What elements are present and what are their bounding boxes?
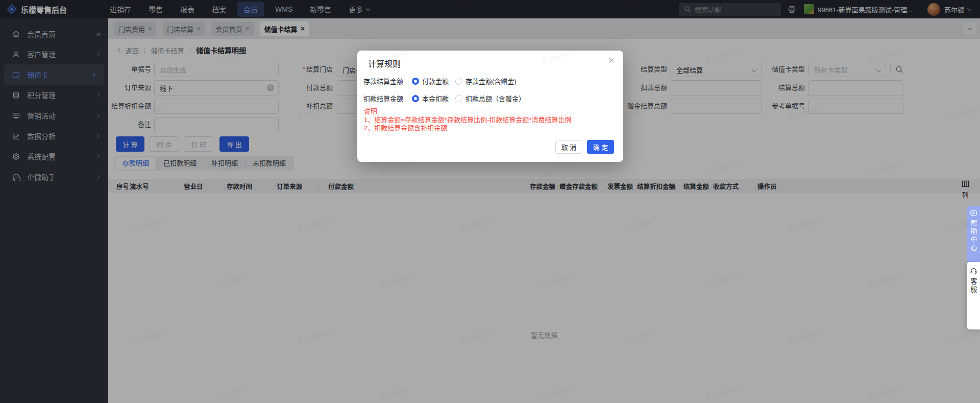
note-line: 2、扣款结算金额含补扣金额: [364, 124, 571, 133]
note-line: 1、结算金额=存款结算金额*存款结算比例-扣款结算金额*消费结算比例: [364, 116, 571, 125]
customer-service-label: 客服: [969, 278, 978, 294]
help-center-label: 帮助中心: [969, 220, 978, 252]
radio-option-label: 本金扣款: [422, 93, 449, 103]
deduct-settle-row: 扣款结算金额 本金扣款 扣款总额（含赠金）: [363, 93, 525, 103]
cancel-button[interactable]: 取 消: [555, 140, 582, 154]
close-icon[interactable]: ×: [608, 55, 615, 65]
confirm-button[interactable]: 确 定: [587, 140, 614, 154]
headset-icon: [970, 267, 977, 275]
deposit-settle-row: 存款结算金额 付款金额 存款金额(含赠金): [363, 76, 517, 86]
modal-notes: 说明 1、结算金额=存款结算金额*存款结算比例-扣款结算金额*消费结算比例 2、…: [364, 107, 571, 133]
radio-selected-icon[interactable]: [412, 95, 419, 102]
radio-group-label: 存款结算金额: [363, 76, 404, 86]
radio-group-label: 扣款结算金额: [363, 93, 404, 103]
radio-option-label: 扣款总额（含赠金）: [465, 93, 525, 103]
calc-rules-modal: 计算规则 × 存款结算金额 付款金额 存款金额(含赠金) 扣款结算金额 本金扣款…: [357, 51, 623, 162]
radio-option[interactable]: 存款金额(含赠金): [455, 76, 517, 86]
radio-option[interactable]: 本金扣款: [412, 93, 449, 103]
radio-unselected-icon[interactable]: [455, 95, 462, 102]
customer-service-button[interactable]: 客服: [967, 262, 980, 329]
radio-option-label: 付款金额: [422, 76, 449, 86]
help-chat-icon: [970, 209, 977, 217]
notes-title: 说明: [364, 107, 571, 116]
radio-option[interactable]: 扣款总额（含赠金）: [455, 93, 525, 103]
modal-title: 计算规则: [368, 57, 401, 69]
help-center-button[interactable]: 帮助中心: [967, 206, 980, 263]
radio-option[interactable]: 付款金额: [412, 76, 449, 86]
app-screen: 乐檬零售后台 进销存零售报表档案会员WMS新零售 更多 搜索功能 99661-新…: [0, 0, 980, 403]
radio-unselected-icon[interactable]: [455, 78, 462, 85]
radio-selected-icon[interactable]: [412, 78, 419, 85]
radio-option-label: 存款金额(含赠金): [465, 76, 517, 86]
